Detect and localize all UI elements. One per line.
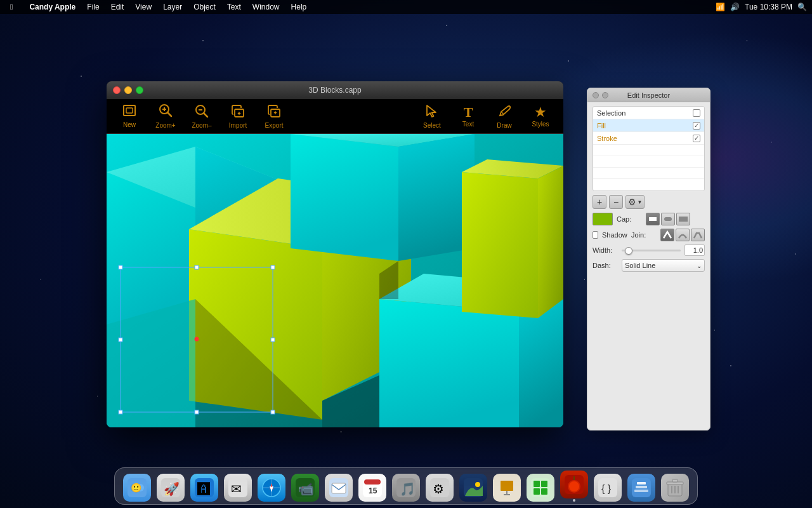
cap-square-btn[interactable]	[676, 213, 690, 225]
width-value[interactable]: 1.0	[684, 244, 705, 256]
svg-marker-27	[538, 166, 563, 318]
cap-round-btn[interactable]	[661, 213, 675, 225]
import-icon	[231, 104, 245, 121]
svg-marker-19	[291, 134, 398, 261]
selection-checkbox[interactable]	[693, 109, 700, 117]
stroke-checkbox[interactable]: ✓	[693, 135, 700, 142]
svg-rect-80	[541, 481, 547, 487]
fill-checkbox[interactable]: ✓	[693, 122, 700, 130]
view-menu[interactable]: View	[130, 0, 157, 14]
help-menu[interactable]: Help	[286, 0, 312, 14]
select-tool[interactable]: Select	[416, 101, 449, 131]
color-swatch[interactable]	[593, 213, 613, 225]
add-remove-controls: + − ⚙ ▼	[593, 195, 705, 209]
options-dropdown[interactable]: ⚙ ▼	[625, 195, 645, 209]
canvas-area[interactable]	[107, 134, 563, 427]
dock-calendar[interactable]: 15	[357, 474, 388, 502]
svg-rect-44	[679, 217, 688, 222]
svg-line-5	[167, 112, 171, 116]
scripteditor-icon: { }	[594, 474, 622, 502]
dock-launchpad[interactable]: 🚀	[155, 474, 187, 502]
dock-finder[interactable]: 🙂	[121, 474, 153, 502]
menubar-right: 📶 🔊 Tue 10:38 PM 🔍	[716, 3, 807, 11]
cap-flat-btn[interactable]	[646, 213, 660, 225]
new-label: New	[123, 121, 136, 128]
close-button[interactable]	[113, 86, 121, 94]
add-button[interactable]: +	[593, 195, 606, 209]
svg-rect-66	[364, 479, 381, 485]
svg-text:🙂: 🙂	[131, 483, 142, 493]
finder-icon: 🙂	[123, 474, 151, 502]
join-label: Join:	[631, 231, 657, 239]
search-icon[interactable]: 🔍	[797, 3, 807, 11]
window-menu[interactable]: Window	[247, 0, 285, 14]
new-tool[interactable]: New	[113, 101, 146, 131]
object-menu[interactable]: Object	[188, 0, 221, 14]
shadow-checkbox[interactable]	[593, 231, 598, 239]
svg-line-8	[204, 113, 207, 117]
fill-row[interactable]: Fill ✓	[593, 119, 704, 132]
dock-itunes[interactable]: 🎵	[390, 474, 422, 502]
dock-trash[interactable]	[659, 474, 691, 502]
zoom-out-tool[interactable]: Zoom–	[185, 101, 218, 131]
dock-syspref[interactable]: ⚙	[424, 474, 455, 502]
apple-menu[interactable]: 	[5, 0, 18, 14]
empty-row-4	[593, 179, 704, 190]
dock-safari[interactable]	[256, 474, 287, 502]
join-miter-btn[interactable]	[660, 229, 674, 241]
svg-rect-43	[664, 217, 672, 221]
import-tool[interactable]: Import	[221, 101, 254, 131]
window-title: 3D Blocks.capp	[308, 86, 361, 95]
dock-scripteditor[interactable]: { }	[592, 474, 624, 502]
svg-rect-1	[126, 108, 133, 113]
app-name-menu[interactable]: Candy Apple	[24, 0, 81, 14]
maximize-button[interactable]	[136, 86, 143, 94]
minimize-button[interactable]	[124, 86, 132, 94]
edit-menu[interactable]: Edit	[106, 0, 129, 14]
title-bar: 3D Blocks.capp	[107, 81, 563, 99]
stroke-row[interactable]: Stroke ✓	[593, 132, 704, 145]
export-tool[interactable]: Export	[258, 101, 291, 131]
svg-text:🚀: 🚀	[164, 481, 180, 497]
window-controls	[113, 86, 143, 94]
dock-mail[interactable]	[323, 474, 355, 502]
layer-menu[interactable]: Layer	[158, 0, 187, 14]
text-tool[interactable]: T Text	[452, 101, 485, 131]
text-menu[interactable]: Text	[222, 0, 246, 14]
svg-point-85	[569, 481, 579, 491]
svg-point-73	[475, 482, 480, 487]
styles-tool[interactable]: ★ Styles	[524, 101, 557, 131]
zoom-in-tool[interactable]: Zoom+	[149, 101, 182, 131]
stroke-label: Stroke	[597, 135, 693, 142]
dock-numbers[interactable]	[525, 474, 556, 502]
dock-keynote[interactable]	[491, 474, 523, 502]
svg-rect-91	[636, 486, 647, 488]
slider-thumb[interactable]	[625, 247, 632, 255]
svg-rect-95	[672, 479, 678, 482]
remove-button[interactable]: −	[609, 195, 623, 209]
dock-appstore[interactable]: 🅰	[188, 474, 220, 502]
dock-candy-apple[interactable]	[558, 471, 590, 502]
dash-label: Dash:	[593, 262, 618, 269]
join-bevel-btn[interactable]	[691, 229, 705, 241]
dock-stacks[interactable]	[625, 474, 657, 502]
inspector-close-btn[interactable]	[593, 92, 599, 98]
svg-rect-75	[501, 481, 513, 491]
menubar:  Candy Apple File Edit View Layer Objec…	[0, 0, 812, 14]
draw-tool[interactable]: Draw	[488, 101, 521, 131]
dock-iphoto[interactable]	[457, 474, 489, 502]
join-round-btn[interactable]	[676, 229, 690, 241]
width-slider[interactable]	[622, 246, 681, 255]
canvas-content	[107, 134, 563, 427]
empty-row-3	[593, 168, 704, 179]
shadow-label: Shadow	[602, 231, 627, 239]
draw-label: Draw	[497, 122, 511, 129]
export-label: Export	[265, 122, 284, 129]
dock-facetime[interactable]: 📹	[289, 474, 321, 502]
inspector-minimize-btn[interactable]	[602, 92, 608, 98]
file-menu[interactable]: File	[82, 0, 104, 14]
stacks-icon	[627, 474, 655, 502]
styles-icon: ★	[534, 105, 547, 119]
dash-select[interactable]: Solid Line ⌄	[622, 259, 705, 272]
dock-stamps[interactable]: ✉	[222, 474, 254, 502]
